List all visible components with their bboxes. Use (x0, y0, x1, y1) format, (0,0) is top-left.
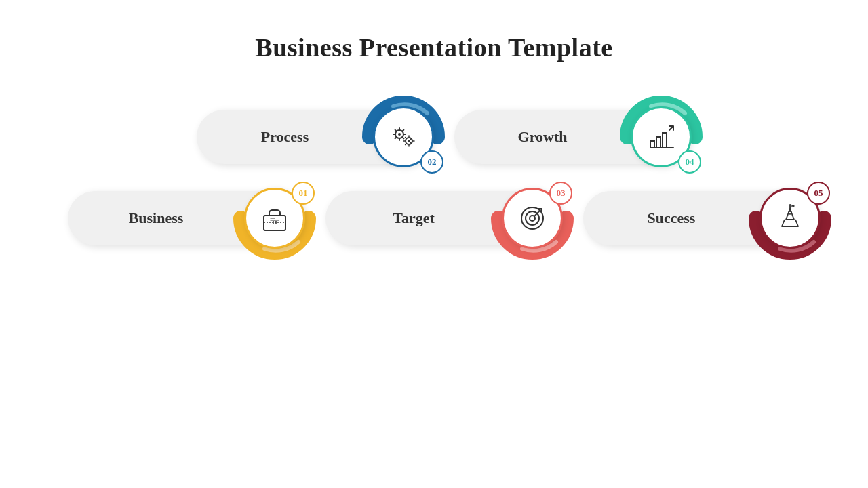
growth-badge: 04 (678, 150, 701, 174)
business-badge: 01 (292, 182, 315, 205)
svg-rect-5 (656, 137, 660, 148)
svg-point-11 (789, 211, 791, 214)
svg-point-10 (530, 216, 535, 221)
svg-rect-7 (264, 216, 285, 230)
top-row: Process (197, 89, 671, 164)
success-badge: 05 (807, 182, 830, 205)
target-icon (516, 202, 549, 235)
bottom-row: Business 01 (68, 191, 800, 245)
cards-container: Process (0, 83, 868, 252)
svg-rect-6 (663, 133, 667, 148)
card-target: Target 03 (326, 191, 542, 245)
svg-point-1 (398, 133, 401, 136)
card-process: Process (197, 110, 414, 164)
process-icon (387, 121, 420, 153)
success-icon (774, 202, 806, 235)
business-icon (258, 202, 291, 235)
target-label: Target (346, 209, 481, 227)
svg-point-3 (408, 140, 410, 142)
process-badge: 02 (420, 150, 443, 174)
page-title: Business Presentation Template (255, 33, 612, 62)
svg-rect-4 (650, 141, 654, 148)
card-success: Success 05 (583, 191, 800, 245)
growth-icon (645, 121, 677, 153)
business-label: Business (88, 209, 224, 227)
success-label: Success (604, 209, 739, 227)
card-growth: Growth 04 (454, 110, 671, 164)
target-badge: 03 (549, 182, 572, 205)
growth-label: Growth (475, 128, 610, 146)
process-label: Process (217, 128, 353, 146)
card-business: Business 01 (68, 191, 285, 245)
